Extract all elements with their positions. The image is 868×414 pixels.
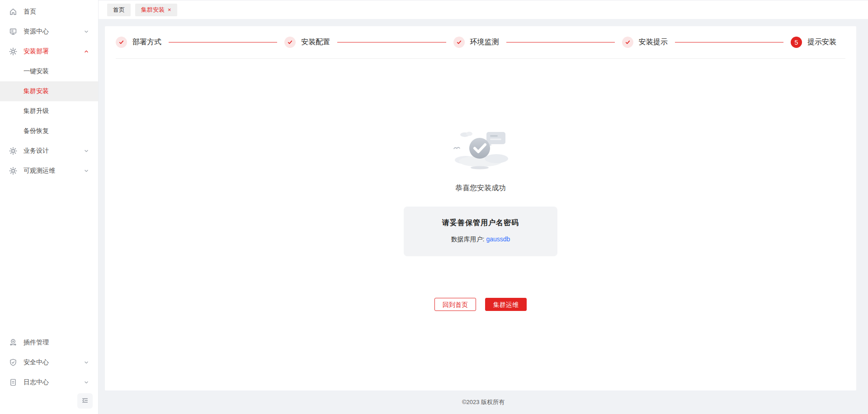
sidebar-item-label: 安装部署	[24, 47, 49, 56]
step-deploy-method: 部署方式	[116, 37, 161, 48]
check-circle-icon	[469, 138, 490, 159]
main-area: 首页 集群安装 × 部署方式	[99, 0, 868, 414]
sidebar-item-business-design[interactable]: 业务设计	[0, 141, 98, 161]
step-label: 安装提示	[639, 38, 668, 47]
step-label: 环境监测	[470, 38, 499, 47]
footer: ©2023 版权所有	[99, 390, 868, 414]
step-number-badge: 5	[791, 37, 802, 48]
sidebar-collapse-button[interactable]	[77, 393, 93, 409]
sidebar-item-label: 业务设计	[24, 147, 49, 155]
sidebar-item-plugin-management[interactable]: 插件管理	[0, 333, 98, 353]
sidebar-item-cluster-upgrade[interactable]: 集群升级	[0, 101, 98, 121]
action-buttons: 回到首页 集群运维	[434, 298, 527, 311]
plugin-icon	[9, 339, 17, 347]
sidebar: 首页 资源中心 安装部署 一键	[0, 0, 99, 414]
sidebar-item-label: 一键安装	[24, 67, 49, 75]
step-label: 提示安装	[807, 38, 836, 47]
step-install-config: 安装配置	[284, 37, 330, 48]
steps-bar: 部署方式 安装配置 环境监测	[116, 26, 845, 58]
sidebar-bottom-menu: 插件管理 安全中心 日志中心	[0, 333, 98, 392]
tab-label: 首页	[113, 6, 125, 14]
sidebar-item-label: 备份恢复	[24, 127, 49, 135]
sidebar-item-one-click-install[interactable]: 一键安装	[0, 61, 98, 81]
step-check-icon	[622, 37, 633, 48]
step-connector	[675, 42, 783, 43]
step-install-tips: 安装提示	[622, 37, 668, 48]
sidebar-item-security-center[interactable]: 安全中心	[0, 353, 98, 372]
tabbar: 首页 集群安装 ×	[99, 0, 868, 19]
sidebar-item-backup-restore[interactable]: 备份恢复	[0, 121, 98, 141]
sidebar-item-label: 日志中心	[24, 378, 49, 386]
gear-icon	[9, 47, 17, 56]
step-connector	[337, 42, 446, 43]
sidebar-menu: 首页 资源中心 安装部署 一键	[0, 2, 98, 181]
sidebar-item-install-deploy[interactable]: 安装部署	[0, 42, 98, 61]
step-result: 5 提示安装	[791, 37, 836, 48]
notice-title: 请妥善保管用户名密码	[413, 218, 548, 228]
sidebar-item-label: 首页	[24, 8, 36, 16]
db-user-label: 数据库用户:	[451, 235, 485, 243]
steps-wrap: 部署方式 安装配置 环境监测	[116, 26, 845, 59]
sidebar-item-cluster-install[interactable]: 集群安装	[0, 81, 98, 101]
monitor-icon	[9, 28, 17, 36]
step-check-icon	[284, 37, 296, 48]
sidebar-item-log-center[interactable]: 日志中心	[0, 372, 98, 392]
chevron-up-icon	[84, 49, 89, 54]
sidebar-collapse-row	[0, 392, 98, 414]
result-content: 恭喜您安装成功 请妥善保管用户名密码 数据库用户:gaussdb 回到首页 集群…	[105, 59, 856, 390]
sidebar-item-label: 插件管理	[24, 339, 49, 347]
gear-icon	[9, 147, 17, 155]
db-user-line: 数据库用户:gaussdb	[413, 235, 548, 244]
gear-icon	[9, 167, 17, 175]
sidebar-item-label: 可观测运维	[24, 167, 55, 175]
cluster-install-card: 部署方式 安装配置 环境监测	[105, 26, 856, 390]
bird	[454, 147, 460, 149]
back-home-button[interactable]: 回到首页	[434, 298, 476, 311]
credentials-notice: 请妥善保管用户名密码 数据库用户:gaussdb	[404, 207, 557, 256]
success-illustration	[447, 127, 514, 173]
chevron-down-icon	[84, 168, 89, 174]
sidebar-spacer	[0, 181, 98, 333]
sidebar-item-resource-center[interactable]: 资源中心	[0, 22, 98, 42]
step-check-icon	[453, 37, 465, 48]
close-icon[interactable]: ×	[168, 7, 171, 13]
sidebar-item-label: 资源中心	[24, 28, 49, 36]
db-user-value[interactable]: gaussdb	[486, 235, 510, 243]
shield-check-icon	[9, 358, 17, 367]
step-label: 安装配置	[301, 38, 330, 47]
tab-home[interactable]: 首页	[107, 4, 131, 16]
chevron-down-icon	[84, 148, 89, 154]
sidebar-item-label: 安全中心	[24, 358, 49, 367]
sidebar-item-label: 集群安装	[24, 87, 49, 95]
success-message: 恭喜您安装成功	[455, 183, 506, 193]
step-connector	[169, 42, 277, 43]
document-icon	[9, 378, 17, 386]
cluster-ops-button[interactable]: 集群运维	[485, 298, 527, 311]
tab-label: 集群安装	[141, 6, 165, 14]
sidebar-item-home[interactable]: 首页	[0, 2, 98, 22]
step-check-icon	[116, 37, 127, 48]
step-label: 部署方式	[132, 38, 161, 47]
step-env-check: 环境监测	[453, 37, 499, 48]
app-root: 首页 资源中心 安装部署 一键	[0, 0, 868, 414]
home-icon	[9, 8, 17, 16]
sidebar-item-label: 集群升级	[24, 107, 49, 115]
chevron-down-icon	[84, 360, 89, 365]
chevron-down-icon	[84, 380, 89, 385]
shadow	[471, 166, 489, 169]
copyright-text: ©2023 版权所有	[462, 398, 505, 406]
tab-cluster-install[interactable]: 集群安装 ×	[135, 4, 177, 16]
chevron-down-icon	[84, 29, 89, 34]
sidebar-item-observability-ops[interactable]: 可观测运维	[0, 161, 98, 181]
menu-fold-icon	[81, 397, 89, 405]
step-connector	[506, 42, 615, 43]
